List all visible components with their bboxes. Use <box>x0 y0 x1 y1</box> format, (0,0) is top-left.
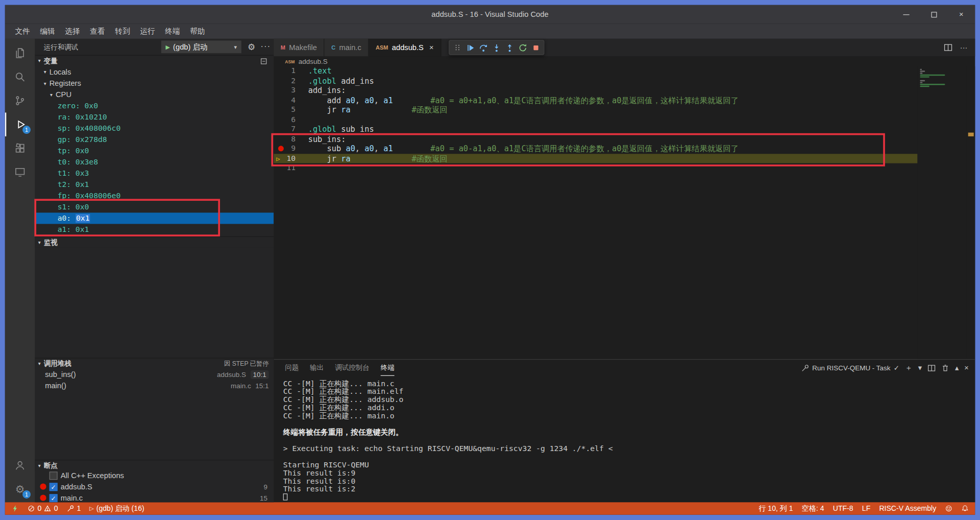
toolbar-drag-grip[interactable] <box>451 41 463 54</box>
callstack-frame[interactable]: main()main.c15:1 <box>35 380 274 391</box>
menu-item[interactable]: 文件 <box>10 26 35 37</box>
menu-item[interactable]: 终端 <box>160 26 185 37</box>
menu-item[interactable]: 帮助 <box>185 26 210 37</box>
gutter[interactable]: 1 <box>274 66 303 76</box>
remote-indicator[interactable] <box>11 505 19 512</box>
gutter[interactable]: 4 <box>274 96 303 105</box>
menu-item[interactable]: 编辑 <box>35 26 60 37</box>
breakpoint-checkbox[interactable]: ✓ <box>50 483 58 491</box>
code-line[interactable]: 2.globl add_ins <box>274 76 917 86</box>
editor-tab[interactable]: MMakefile <box>274 39 324 56</box>
gutter[interactable]: 7 <box>274 125 303 134</box>
register-row[interactable]: s1:0x0 <box>35 201 274 212</box>
eol-sequence[interactable]: LF <box>862 505 870 512</box>
breakpoint-checkbox[interactable] <box>50 471 58 480</box>
tree-item[interactable]: ▾CPU <box>35 89 274 100</box>
code-editor[interactable]: 1.text2.globl add_ins3add_ins:4 add a0, … <box>274 66 975 359</box>
register-row[interactable]: t0:0x3e8 <box>35 156 274 168</box>
code-line[interactable]: 3add_ins: <box>274 86 917 96</box>
register-row[interactable]: zero:0x0 <box>35 100 274 111</box>
breakpoint-row[interactable]: ✓main.c15 <box>35 492 274 503</box>
step-out-button[interactable] <box>504 41 516 54</box>
new-terminal-icon[interactable]: ＋ <box>905 363 913 373</box>
maximize-button[interactable] <box>920 5 947 24</box>
terminal-task-selector[interactable]: Run RISCV-QEMU - Task ✓ <box>801 364 899 372</box>
terminal-output[interactable]: CC -[M] 正在构建... main.cCC -[M] 正在构建... ma… <box>274 376 975 502</box>
gutter[interactable]: 5 <box>274 105 303 115</box>
launch-config-select[interactable]: ▶ (gdb) 启动 ▾ <box>161 41 241 53</box>
panel-tab[interactable]: 终端 <box>381 360 395 376</box>
code-line[interactable]: 9 sub a0, a0, a1 #a0 = a0-a1,a0、a1是C语言调用… <box>274 144 917 154</box>
gutter[interactable]: 3 <box>274 86 303 96</box>
sidebar-more-icon[interactable]: ··· <box>261 41 271 51</box>
register-row[interactable]: t1:0x3 <box>35 168 274 179</box>
code-line[interactable]: 5 jr ra #函数返回 <box>274 105 917 115</box>
settings-button[interactable]: ⚙ 1 <box>5 477 35 501</box>
close-icon[interactable]: × <box>429 43 434 52</box>
callstack-section-header[interactable]: ▾ 调用堆栈 因 STEP 已暂停 <box>35 358 274 369</box>
debug-settings-gear-icon[interactable]: ⚙ <box>248 42 255 52</box>
collapse-all-icon[interactable] <box>260 57 274 65</box>
watch-section-header[interactable]: ▾ 监视 <box>35 237 274 248</box>
editor-tab[interactable]: Cmain.c <box>325 39 369 56</box>
sidebar-item-extensions[interactable] <box>5 136 35 160</box>
cursor-position[interactable]: 行 10, 列 1 <box>758 504 793 513</box>
sidebar-item-source-control[interactable] <box>5 89 35 113</box>
minimap[interactable] <box>918 66 967 359</box>
gutter[interactable]: 6 <box>274 115 303 125</box>
minimize-button[interactable] <box>893 5 920 24</box>
gutter[interactable]: 2 <box>274 76 303 86</box>
restart-button[interactable] <box>517 41 529 54</box>
notifications-button[interactable] <box>961 505 969 512</box>
gutter[interactable]: ▷10 <box>274 154 303 163</box>
language-mode[interactable]: RISC-V Assembly <box>879 505 936 512</box>
continue-button[interactable] <box>464 41 476 54</box>
tree-item[interactable]: ▾Locals <box>35 66 274 78</box>
register-row[interactable]: sp:0x408006c0 <box>35 123 274 134</box>
account-button[interactable] <box>5 454 35 478</box>
callstack-frame[interactable]: sub_ins()addsub.S10:1 <box>35 369 274 380</box>
register-row[interactable]: a0:0x1 <box>35 212 274 224</box>
gutter[interactable]: 9 <box>274 144 303 154</box>
step-into-button[interactable] <box>491 41 502 54</box>
register-row[interactable]: ra:0x10210 <box>35 111 274 123</box>
editor-more-icon[interactable]: ··· <box>960 43 968 52</box>
encoding[interactable]: UTF-8 <box>833 505 853 512</box>
register-row[interactable]: a1:0x1 <box>35 224 274 235</box>
kill-terminal-icon[interactable] <box>941 364 949 372</box>
sidebar-item-search[interactable] <box>5 65 35 89</box>
menu-item[interactable]: 转到 <box>110 26 135 37</box>
feedback-button[interactable] <box>945 505 952 512</box>
breakpoint-checkbox[interactable]: ✓ <box>50 494 58 502</box>
split-terminal-icon[interactable] <box>927 364 936 372</box>
editor-tab[interactable]: ASMaddsub.S× <box>369 39 441 56</box>
breakpoint-row[interactable]: ✓addsub.S9 <box>35 481 274 492</box>
menu-item[interactable]: 选择 <box>60 26 85 37</box>
menu-item[interactable]: 查看 <box>85 26 110 37</box>
menu-item[interactable]: 运行 <box>135 26 160 37</box>
panel-tab[interactable]: 调试控制台 <box>335 360 369 376</box>
code-line[interactable]: 7.globl sub_ins <box>274 125 917 134</box>
tree-item[interactable]: ▾Registers <box>35 78 274 89</box>
split-editor-icon[interactable] <box>944 43 952 52</box>
problems-indicator[interactable]: 0 0 <box>28 505 58 512</box>
close-button[interactable]: × <box>947 5 975 24</box>
variables-section-header[interactable]: ▾ 变量 <box>35 55 274 66</box>
code-line[interactable]: ▷10 jr ra #函数返回 <box>274 154 917 163</box>
sidebar-item-explorer[interactable] <box>5 41 35 65</box>
code-line[interactable]: 1.text <box>274 66 917 76</box>
code-line[interactable]: 8sub_ins: <box>274 134 917 144</box>
sidebar-item-run-debug[interactable]: 1 <box>5 112 35 136</box>
code-line[interactable]: 4 add a0, a0, a1 #a0 = a0+a1,a0、a1是C语言调用… <box>274 96 917 105</box>
step-over-button[interactable] <box>478 41 489 54</box>
panel-tab[interactable]: 问题 <box>285 360 299 376</box>
register-row[interactable]: t2:0x1 <box>35 179 274 190</box>
sidebar-item-remote-explorer[interactable] <box>5 160 35 184</box>
running-tasks-indicator[interactable]: 1 <box>67 505 81 512</box>
breakpoint-row[interactable]: All C++ Exceptions <box>35 470 274 481</box>
breakpoint-dot-icon[interactable] <box>278 146 284 151</box>
register-row[interactable]: fp:0x408006e0 <box>35 190 274 201</box>
terminal-dropdown-icon[interactable]: ▾ <box>918 363 922 372</box>
breadcrumb[interactable]: ASM addsub.S <box>274 56 975 66</box>
gutter[interactable]: 11 <box>274 163 303 173</box>
